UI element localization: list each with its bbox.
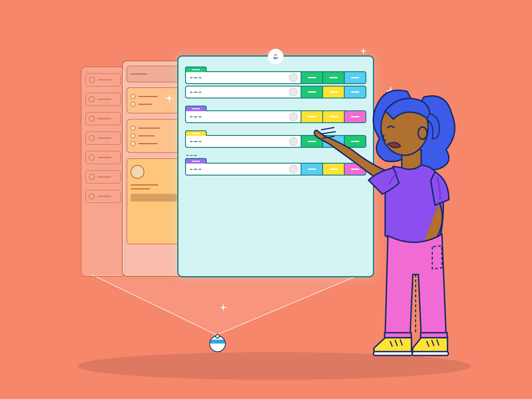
svg-point-1 [418, 127, 427, 139]
assignee-avatar [289, 73, 298, 82]
list-item [85, 151, 121, 164]
group-tab [185, 67, 207, 72]
status-cell [301, 164, 322, 175]
illustration-scene [0, 0, 532, 399]
assignee-avatar [289, 165, 298, 174]
task-title [186, 72, 289, 83]
svg-rect-11 [412, 352, 448, 355]
clickup-logo-icon [268, 49, 283, 64]
group-tab [185, 106, 207, 111]
sparkle-icon [360, 48, 367, 54]
svg-rect-7 [374, 352, 412, 355]
group-tab [185, 158, 207, 164]
projector-icon [209, 336, 226, 352]
status-cell [301, 72, 322, 83]
list-item [85, 73, 121, 87]
task-title [186, 164, 289, 175]
list-item [85, 170, 121, 184]
background-panel-2 [122, 60, 186, 277]
svg-rect-6 [421, 333, 447, 338]
svg-rect-5 [385, 333, 411, 338]
sparkle-icon [219, 304, 227, 311]
panel-header [127, 66, 181, 82]
group-tab [185, 130, 207, 136]
profile-card [127, 158, 181, 244]
list-item [85, 112, 121, 125]
task-title [186, 87, 289, 98]
status-cell [301, 111, 322, 122]
status-cell [301, 87, 322, 98]
sparkle-icon [165, 94, 173, 103]
task-title [186, 111, 289, 122]
background-panel-1 [81, 67, 125, 277]
assignee-avatar [289, 137, 298, 146]
card [127, 119, 181, 153]
assignee-avatar [289, 112, 298, 121]
person-illustration [330, 80, 474, 366]
list-item [85, 131, 121, 145]
assignee-avatar [289, 88, 298, 96]
list-item [85, 190, 121, 203]
task-title [186, 136, 289, 147]
list-item [85, 93, 121, 106]
